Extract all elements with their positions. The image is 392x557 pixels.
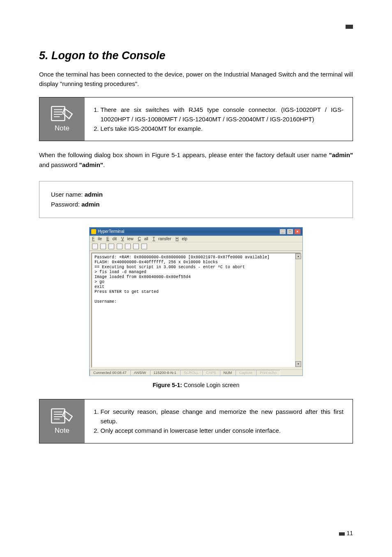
- mid-admin1: "admin": [329, 151, 353, 158]
- maximize-button[interactable]: □: [287, 229, 293, 234]
- toolbar: [90, 242, 302, 251]
- note-icon: [50, 408, 74, 424]
- note-box-2: Note 1. For security reason, please chan…: [39, 399, 353, 443]
- scroll-down-icon[interactable]: ▾: [295, 361, 301, 367]
- page-marker-top: [346, 25, 353, 29]
- window-controls: _ □ ×: [279, 229, 301, 234]
- mid-text-pre: When the following dialog box shown in F…: [39, 151, 329, 158]
- list-num: 2.: [94, 124, 101, 133]
- statusbar: Connected 00:08:47 ANSIW 115200-8-N-1 SC…: [90, 369, 302, 376]
- note-label: Note: [55, 124, 69, 132]
- menu-help[interactable]: Help: [175, 237, 187, 241]
- note2-item2: Only accept command in lowercase letter …: [101, 426, 281, 435]
- status-capture: Capture: [235, 370, 256, 376]
- mid-admin2: "admin": [79, 161, 103, 168]
- status-emulation: ANSIW: [130, 370, 150, 376]
- titlebar-left: HyperTerminal: [91, 229, 124, 234]
- scrollbar[interactable]: ▴▾: [295, 253, 301, 367]
- username-value: admin: [85, 191, 103, 198]
- terminal-text: Password: +RAM: 0x80000000-0x88000000 [0…: [95, 255, 270, 304]
- window-titlebar: HyperTerminal _ □ ×: [90, 227, 302, 236]
- list-num: 2.: [94, 426, 101, 435]
- menu-transfer[interactable]: Transfer: [152, 237, 171, 241]
- new-icon[interactable]: [92, 244, 98, 249]
- page-number: 11: [346, 530, 353, 536]
- mid-text-post: .: [103, 161, 105, 168]
- note-icon: [50, 105, 74, 122]
- terminal-output[interactable]: Password: +RAM: 0x80000000-0x88000000 [0…: [91, 253, 301, 368]
- status-printecho: Print echo: [256, 370, 280, 376]
- status-scroll: SCROLL: [180, 370, 202, 376]
- page-marker-bottom: [339, 532, 345, 536]
- figure-caption-bold: Figure 5-1:: [153, 382, 182, 388]
- call-icon[interactable]: [108, 244, 114, 249]
- menu-file[interactable]: File: [92, 237, 102, 241]
- note-content: 1. There are six switches with RJ45 type…: [85, 97, 353, 141]
- password-label: Password:: [51, 201, 81, 208]
- receive-icon[interactable]: [133, 244, 139, 249]
- open-icon[interactable]: [100, 244, 106, 249]
- menu-call[interactable]: Call: [138, 237, 148, 241]
- minimize-button[interactable]: _: [279, 229, 286, 234]
- status-settings: 115200-8-N-1: [150, 370, 180, 376]
- menu-edit[interactable]: Edit: [106, 237, 117, 241]
- list-num: 1.: [94, 105, 101, 124]
- mid-text-mid: and password: [39, 161, 79, 168]
- note-box-1: Note 1. There are six switches with RJ45…: [39, 97, 353, 142]
- note-left-panel: Note: [39, 97, 85, 141]
- intro-paragraph: Once the terminal has been connected to …: [39, 70, 353, 89]
- list-num: 1.: [94, 407, 101, 426]
- credentials-box: User name: admin Password: admin: [39, 181, 353, 218]
- note1-item2: Let's take IGS-20040MT for example.: [101, 124, 203, 133]
- note-left-panel: Note: [39, 399, 85, 443]
- scroll-up-icon[interactable]: ▴: [295, 253, 301, 259]
- mid-paragraph: When the following dialog box shown in F…: [39, 150, 353, 169]
- disconnect-icon[interactable]: [117, 244, 122, 249]
- note-content: 1. For security reason, please change an…: [85, 399, 353, 443]
- close-button[interactable]: ×: [294, 229, 301, 234]
- status-connected: Connected 00:08:47: [90, 370, 130, 376]
- properties-icon[interactable]: [141, 244, 147, 249]
- terminal-figure: HyperTerminal _ □ × File Edit View Call …: [39, 227, 353, 376]
- section-heading: 5. Logon to the Console: [39, 49, 353, 62]
- status-caps: CAPS: [202, 370, 220, 376]
- window-title: HyperTerminal: [98, 229, 124, 234]
- app-icon: [91, 229, 96, 234]
- note2-item1: For security reason, please change and m…: [101, 407, 344, 426]
- note1-item1: There are six switches with RJ45 type co…: [101, 105, 344, 124]
- note-label: Note: [55, 427, 69, 435]
- menu-view[interactable]: View: [121, 237, 134, 241]
- hyperterminal-window: HyperTerminal _ □ × File Edit View Call …: [89, 227, 303, 376]
- figure-caption-rest: Console Login screen: [182, 382, 239, 388]
- password-value: admin: [81, 201, 99, 208]
- status-num: NUM: [220, 370, 236, 376]
- figure-caption: Figure 5-1: Console Login screen: [39, 382, 353, 388]
- username-label: User name:: [51, 191, 85, 198]
- send-icon[interactable]: [125, 244, 131, 249]
- menubar: File Edit View Call Transfer Help: [90, 236, 302, 242]
